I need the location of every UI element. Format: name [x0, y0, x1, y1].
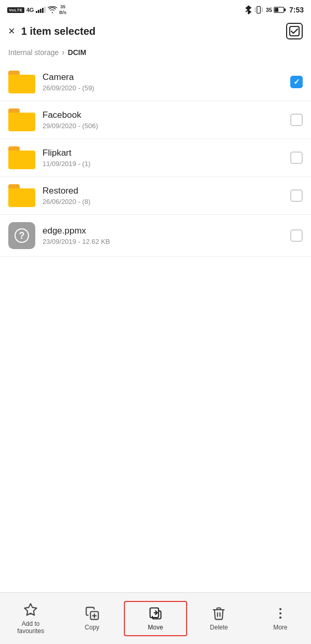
file-name: edge.ppmx [43, 226, 283, 236]
unknown-file-icon: ? [8, 222, 35, 249]
copy-button[interactable]: Copy [61, 599, 122, 638]
status-bar-right: 35 7:53 [245, 5, 304, 15]
add-to-favourites-label: Add tofavourites [17, 620, 44, 635]
breadcrumb-current: DCIM [68, 48, 87, 57]
file-info: Restored 26/06/2020 - (8) [43, 186, 283, 205]
delete-icon [211, 606, 226, 621]
list-item[interactable]: ? edge.ppmx 23/09/2019 - 12.62 KB [0, 215, 311, 257]
signal-bars [36, 7, 46, 13]
file-info: edge.ppmx 23/09/2019 - 12.62 KB [43, 226, 283, 245]
file-meta: 26/09/2020 - (59) [43, 84, 283, 92]
list-item[interactable]: Facebook 29/09/2020 - (506) [0, 101, 311, 139]
checkbox[interactable] [290, 114, 303, 126]
file-name: Facebook [43, 110, 283, 120]
file-meta: 26/06/2020 - (8) [43, 198, 283, 205]
selection-title: 1 item selected [21, 25, 280, 37]
folder-icon [8, 184, 35, 207]
battery-icon [274, 6, 286, 13]
svg-point-20 [279, 608, 281, 610]
checkbox[interactable] [290, 189, 303, 202]
add-to-favourites-button[interactable]: Add tofavourites [0, 595, 61, 642]
move-button[interactable]: Move [124, 601, 187, 636]
file-name: Flipkart [43, 148, 283, 158]
toolbar: × 1 item selected [0, 19, 311, 44]
status-bar: VoLTE 4G 35B/s [0, 0, 311, 19]
battery-container: 35 [266, 6, 286, 13]
delete-button[interactable]: Delete [188, 599, 249, 638]
svg-rect-12 [284, 8, 286, 11]
folder-icon [8, 71, 35, 93]
svg-point-21 [279, 612, 281, 614]
wifi-icon [48, 6, 57, 13]
status-bar-left: VoLTE 4G 35B/s [7, 4, 66, 16]
svg-rect-11 [275, 8, 278, 12]
breadcrumb-separator: › [62, 48, 64, 57]
checkbox[interactable] [290, 76, 303, 88]
file-meta: 29/09/2020 - (506) [43, 122, 283, 130]
battery-level: 35 [266, 7, 272, 13]
file-info: Flipkart 11/09/2019 - (1) [43, 148, 283, 168]
select-all-button[interactable] [286, 23, 303, 39]
svg-point-22 [279, 616, 281, 619]
move-label: Move [148, 624, 163, 631]
folder-icon [8, 146, 35, 169]
network-speed: 35B/s [59, 4, 66, 16]
list-item[interactable]: Restored 26/06/2020 - (8) [0, 177, 311, 215]
move-icon [148, 606, 163, 621]
file-list: Camera 26/09/2020 - (59) Facebook 29/09/… [0, 63, 311, 257]
more-label: More [273, 624, 287, 631]
question-mark: ? [15, 228, 29, 243]
vibrate-icon [255, 6, 263, 14]
network-type: 4G [26, 7, 34, 13]
svg-marker-14 [25, 604, 37, 615]
list-item[interactable]: Camera 26/09/2020 - (59) [0, 63, 311, 101]
copy-icon [85, 606, 100, 621]
file-info: Camera 26/09/2020 - (59) [43, 72, 283, 92]
list-item[interactable]: Flipkart 11/09/2019 - (1) [0, 139, 311, 177]
copy-label: Copy [85, 624, 100, 631]
file-info: Facebook 29/09/2020 - (506) [43, 110, 283, 130]
breadcrumb-parent[interactable]: Internal storage [8, 48, 59, 57]
clock: 7:53 [289, 6, 304, 14]
bottom-toolbar: Add tofavourites Copy Move Del [0, 592, 311, 644]
star-icon [23, 602, 38, 617]
file-meta: 11/09/2019 - (1) [43, 160, 283, 168]
checkbox[interactable] [290, 229, 303, 242]
file-name: Restored [43, 186, 283, 196]
more-button[interactable]: More [250, 599, 311, 638]
volte-badge: VoLTE [7, 7, 24, 13]
breadcrumb: Internal storage › DCIM [0, 44, 311, 63]
bluetooth-icon [245, 5, 251, 15]
file-name: Camera [43, 72, 283, 83]
more-icon [273, 606, 288, 621]
file-meta: 23/09/2019 - 12.62 KB [43, 238, 283, 245]
folder-icon [8, 108, 35, 131]
checkbox[interactable] [290, 152, 303, 164]
svg-rect-3 [257, 6, 260, 13]
close-button[interactable]: × [8, 25, 15, 37]
delete-label: Delete [210, 624, 228, 631]
